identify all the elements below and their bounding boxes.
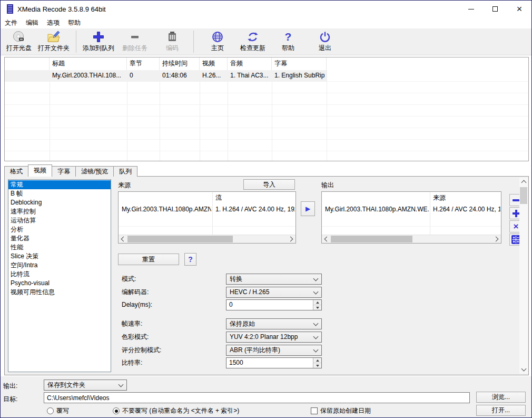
sidebar-item-analysis[interactable]: 分析: [8, 225, 111, 234]
import-button[interactable]: 导入: [243, 179, 295, 190]
mode-select[interactable]: 转换: [226, 274, 322, 285]
menu-edit[interactable]: 编辑: [22, 17, 43, 28]
preview-play-button[interactable]: ▶: [301, 201, 315, 216]
job-row-chapter: 0: [127, 70, 160, 82]
toolbar-button-exit[interactable]: 退出: [310, 28, 340, 55]
toolbar-button-check-update[interactable]: 检查更新: [237, 28, 269, 55]
tab-filter-preview[interactable]: 滤镜/预览: [75, 166, 114, 177]
tab-bar: 格式 视频 字幕 滤镜/预览 队列: [4, 164, 137, 177]
tab-format[interactable]: 格式: [4, 166, 28, 177]
column-audio[interactable]: 音频: [228, 57, 272, 70]
rate-control-select[interactable]: ABR (平均比特率): [226, 345, 322, 356]
output-source-header[interactable]: 来源: [433, 192, 501, 203]
keep-date-option[interactable]: 保留原始创建日期: [311, 406, 371, 415]
sidebar-item-performance[interactable]: 性能: [8, 243, 111, 252]
remove-icon: [129, 30, 141, 43]
chevron-down-icon: [313, 276, 319, 281]
spin-down-icon[interactable]: [313, 363, 321, 368]
field-help-button[interactable]: ?: [184, 253, 196, 266]
keep-date-label: 保留原始创建日期: [320, 406, 371, 415]
radio-icon: [47, 407, 54, 414]
browse-button[interactable]: 浏览...: [476, 392, 526, 403]
output-row[interactable]: My.Girl.2003.THAI.1080p.AMZN.WE... H.264…: [322, 203, 501, 215]
spin-down-icon[interactable]: [313, 305, 321, 310]
bitrate-input[interactable]: 1500: [226, 357, 322, 368]
sidebar-item-general[interactable]: 常规: [8, 180, 111, 189]
toolbar-button-homepage[interactable]: 主页: [202, 28, 233, 55]
output-file-name: My.Girl.2003.THAI.1080p.AMZN.WE...: [325, 203, 429, 215]
tab-video[interactable]: 视频: [28, 164, 52, 177]
scroll-left-icon[interactable]: [322, 235, 330, 243]
video-settings-list: 常规 B 帧 Deblocking 速率控制 运动估算 分析 量化器 性能 Sl…: [8, 179, 111, 372]
toolbar-button-open-folder[interactable]: 打开文件夹: [35, 28, 73, 55]
output-hscrollbar[interactable]: [322, 235, 501, 243]
scroll-right-icon[interactable]: [287, 235, 295, 243]
play-icon: ▶: [306, 205, 310, 212]
sidebar-item-spatial-intra[interactable]: 空间/Intra: [8, 261, 111, 270]
panel-vscrollbar[interactable]: [519, 178, 528, 374]
reset-button[interactable]: 重置: [118, 254, 179, 265]
source-stream-header[interactable]: 流: [215, 192, 295, 203]
x-icon: ×: [514, 222, 519, 231]
column-duration[interactable]: 持续时间: [160, 57, 200, 70]
scroll-left-icon[interactable]: [119, 235, 127, 243]
tab-subtitle[interactable]: 字幕: [52, 166, 76, 177]
toolbar-separator: [193, 31, 194, 53]
source-hscrollbar[interactable]: [119, 235, 295, 243]
open-target-button[interactable]: 打开...: [476, 405, 526, 416]
scroll-down-icon[interactable]: [519, 365, 528, 374]
plus-icon: [513, 210, 520, 217]
spin-up-icon[interactable]: [313, 300, 321, 305]
scroll-right-icon[interactable]: [492, 235, 501, 243]
output-label: 输出: [321, 181, 334, 190]
refresh-icon: [247, 30, 259, 43]
menu-options[interactable]: 选项: [43, 17, 64, 28]
sidebar-item-bitstream[interactable]: 比特流: [8, 270, 111, 279]
minimize-button[interactable]: [459, 1, 483, 17]
maximize-button[interactable]: [483, 1, 507, 17]
job-row-title: My.Girl.2003.THAI.108...: [50, 70, 127, 82]
sidebar-item-slice-decision[interactable]: Slice 决策: [8, 252, 111, 261]
no-overwrite-option[interactable]: 不要覆写 (自动重命名为 <文件名 + 索引>): [113, 406, 239, 415]
encode-icon: [166, 30, 179, 43]
column-chapter[interactable]: 章节: [127, 57, 160, 70]
bitrate-label: 比特率:: [122, 357, 142, 368]
column-select[interactable]: [5, 57, 50, 70]
job-row[interactable]: My.Girl.2003.THAI.108... 0 01:48:06 H.26…: [5, 70, 327, 82]
sidebar-item-motion-estimation[interactable]: 运动估算: [8, 216, 111, 225]
sidebar-item-quantizer[interactable]: 量化器: [8, 234, 111, 243]
target-path-input[interactable]: [44, 392, 470, 403]
column-title[interactable]: 标题: [50, 57, 127, 70]
framerate-select[interactable]: 保持原始: [226, 318, 322, 329]
toolbar-button-add-to-queue[interactable]: 添加到队列: [80, 28, 117, 55]
spin-up-icon[interactable]: [313, 358, 321, 363]
close-button[interactable]: ×: [507, 1, 531, 17]
sidebar-item-deblocking[interactable]: Deblocking: [8, 198, 111, 207]
toolbar-button-help[interactable]: ? 帮助: [273, 28, 303, 55]
sidebar-item-psycho-visual[interactable]: Psycho-visual: [8, 279, 111, 288]
sidebar-item-b-frames[interactable]: B 帧: [8, 189, 111, 198]
panel-vscroll-thumb[interactable]: [520, 187, 527, 204]
menu-file[interactable]: 文件: [1, 17, 22, 28]
output-mode-select[interactable]: 保存到文件夹: [44, 380, 127, 391]
sidebar-item-rate-control[interactable]: 速率控制: [8, 207, 111, 216]
codec-select[interactable]: HEVC / H.265: [226, 287, 322, 298]
scroll-up-icon[interactable]: [519, 178, 528, 186]
column-subtitle[interactable]: 字幕: [272, 57, 327, 70]
window-title: XMedia Recode 3.5.8.9 64bit: [17, 5, 106, 13]
output-stream-info: H.264 / AVC 24.00 Hz, 192: [433, 203, 500, 215]
sidebar-item-vui[interactable]: 视频可用性信息: [8, 288, 111, 297]
job-row-subtitle: 1. English SubRip: [272, 70, 327, 82]
overwrite-option[interactable]: 覆写: [47, 406, 69, 415]
source-row[interactable]: My.Girl.2003.THAI.1080p.AMZN... 1. H.264…: [119, 203, 295, 215]
color-mode-select[interactable]: YUV 4:2:0 Planar 12bpp: [226, 332, 322, 343]
menu-help[interactable]: 帮助: [64, 17, 85, 28]
framerate-label: 帧速率:: [122, 318, 142, 329]
output-hscroll-thumb[interactable]: [331, 236, 412, 242]
tab-queue[interactable]: 队列: [113, 166, 137, 177]
delay-input[interactable]: 0: [226, 299, 322, 310]
target-label: 目标:: [3, 395, 17, 404]
column-video[interactable]: 视频: [200, 57, 228, 70]
source-hscroll-thumb[interactable]: [127, 236, 233, 242]
toolbar-button-open-disc[interactable]: 打开光盘: [3, 28, 35, 55]
